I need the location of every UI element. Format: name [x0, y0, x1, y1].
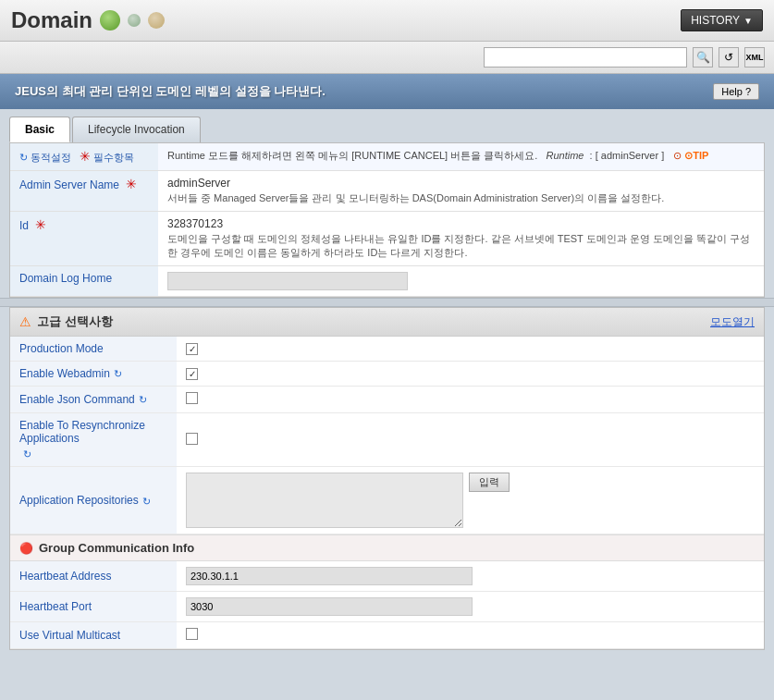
json-refresh-icon[interactable]: ↻ [139, 394, 147, 406]
admin-server-label: Admin Server Name ✳ [10, 171, 158, 212]
tab-basic[interactable]: Basic [9, 117, 70, 142]
required-star: ✳ [80, 149, 91, 164]
tabs-container: Basic Lifecycle Invocation [0, 109, 774, 142]
dot1-icon [100, 10, 120, 31]
advanced-title: 고급 선택사항 [37, 313, 113, 330]
domain-log-home-input[interactable] [167, 272, 408, 290]
production-mode-row: Production Mode [10, 337, 764, 362]
mode-link[interactable]: 모도열기 [710, 314, 755, 330]
id-required-star: ✳ [35, 217, 46, 232]
heartbeat-port-row: Heartbeat Port [10, 592, 764, 622]
domain-log-home-label: Domain Log Home [10, 266, 158, 297]
heartbeat-address-label: Heartbeat Address [10, 561, 177, 592]
help-icon: ? [745, 86, 751, 97]
use-virtual-multicast-checkbox[interactable] [186, 628, 198, 640]
enable-json-row: Enable Json Command ↻ [10, 387, 764, 413]
group-comm-title: Group Communication Info [39, 541, 194, 555]
dot3-icon [148, 12, 165, 29]
heartbeat-port-input[interactable] [186, 597, 473, 616]
history-button[interactable]: HISTORY [681, 9, 763, 31]
domain-log-home-value [158, 266, 764, 297]
heartbeat-address-row: Heartbeat Address [10, 561, 764, 592]
advanced-table: Production Mode Enable Webadmin ↻ Enabl [10, 337, 764, 534]
banner: JEUS의 최대 관리 단위인 도메인 레벨의 설정을 나타낸다. Help ? [0, 74, 774, 109]
search-button[interactable]: 🔍 [693, 47, 713, 68]
enable-webadmin-row: Enable Webadmin ↻ [10, 362, 764, 387]
advanced-header-left: ⚠ 고급 선택사항 [19, 313, 113, 330]
enable-webadmin-checkbox[interactable] [186, 368, 198, 380]
group-comm-header: 🔴 Group Communication Info [10, 534, 764, 561]
admin-server-row: Admin Server Name ✳ adminServer 서버들 중 Ma… [10, 171, 764, 212]
help-button[interactable]: Help ? [713, 83, 759, 100]
id-row: Id ✳ 328370123 도메인을 구성할 때 도메인의 정체성을 나타내는… [10, 212, 764, 266]
refresh-icon: ↻ [19, 152, 28, 163]
heartbeat-address-input[interactable] [186, 567, 473, 585]
heartbeat-port-value [177, 592, 764, 622]
app-repos-label: Application Repositories ↻ [10, 467, 177, 534]
enable-webadmin-value [177, 362, 764, 387]
use-virtual-multicast-row: Use Virtual Multicast [10, 622, 764, 649]
dynamic-settings-value: Runtime 모드를 해제하려면 왼쪽 메뉴의 [RUNTIME CANCEL… [158, 143, 764, 171]
heartbeat-address-value [177, 561, 764, 592]
tab-lifecycle-invocation[interactable]: Lifecycle Invocation [72, 117, 201, 142]
main-content: ↻ 동적설정 ✳ 필수항목 Runtime 모드를 해제하려면 왼쪽 메뉴의 [… [9, 142, 765, 298]
dynamic-settings-row: ↻ 동적설정 ✳ 필수항목 Runtime 모드를 해제하려면 왼쪽 메뉴의 [… [10, 143, 764, 171]
dot2-icon [128, 14, 141, 27]
id-value: 328370123 도메인을 구성할 때 도메인의 정체성을 나타내는 유일한 … [158, 212, 764, 266]
admin-server-value: adminServer 서버들 중 Managed Server들을 관리 및 … [158, 171, 764, 212]
enable-resync-label: Enable To Resynchronize Applications ↻ [10, 413, 177, 467]
tip-link[interactable]: ⊙TIP [684, 150, 708, 161]
group-comm-icon: 🔴 [19, 542, 33, 555]
xml-button[interactable]: XML [744, 47, 765, 68]
help-label: Help [721, 86, 743, 97]
dynamic-settings-label: ↻ 동적설정 ✳ 필수항목 [10, 143, 158, 171]
production-mode-value [177, 337, 764, 362]
app-repos-row: Application Repositories ↻ 입력 [10, 467, 764, 534]
page-title: Domain [11, 7, 165, 33]
production-mode-checkbox[interactable] [186, 343, 198, 355]
banner-text: JEUS의 최대 관리 단위인 도메인 레벨의 설정을 나타낸다. [15, 83, 326, 100]
toolbar: 🔍 ↺ XML [0, 42, 774, 74]
id-label: Id ✳ [10, 212, 158, 266]
refresh-button[interactable]: ↺ [719, 47, 739, 68]
enable-json-label: Enable Json Command ↻ [10, 387, 177, 413]
app-repos-refresh-icon[interactable]: ↻ [142, 496, 151, 508]
section-divider [0, 298, 774, 307]
admin-required-star: ✳ [126, 177, 137, 191]
heartbeat-port-label: Heartbeat Port [10, 592, 177, 622]
group-comm-table: Heartbeat Address Heartbeat Port Use Vir… [10, 561, 764, 649]
basic-info-table: ↻ 동적설정 ✳ 필수항목 Runtime 모드를 해제하려면 왼쪽 메뉴의 [… [10, 143, 764, 297]
domain-label: Domain [11, 7, 92, 33]
header: Domain HISTORY [0, 0, 774, 42]
app-repos-input-button[interactable]: 입력 [469, 473, 510, 492]
warning-icon: ⚠ [19, 314, 31, 329]
enable-resync-row: Enable To Resynchronize Applications ↻ [10, 413, 764, 467]
use-virtual-multicast-label: Use Virtual Multicast [10, 622, 177, 649]
enable-resync-value [177, 413, 764, 467]
webadmin-refresh-icon[interactable]: ↻ [114, 368, 122, 380]
enable-json-value [177, 387, 764, 413]
resync-refresh-icon[interactable]: ↻ [23, 448, 31, 461]
app-repos-value: 입력 [177, 467, 764, 534]
domain-log-home-row: Domain Log Home [10, 266, 764, 297]
search-input[interactable] [484, 47, 687, 68]
enable-json-checkbox[interactable] [186, 392, 198, 404]
advanced-section: ⚠ 고급 선택사항 모도열기 Production Mode Enable We… [9, 307, 765, 650]
tip-arrow-icon: ⊙ [673, 150, 682, 161]
enable-webadmin-label: Enable Webadmin ↻ [10, 362, 177, 387]
use-virtual-multicast-value [177, 622, 764, 649]
production-mode-label: Production Mode [10, 337, 177, 362]
enable-resync-checkbox[interactable] [186, 433, 198, 445]
advanced-header: ⚠ 고급 선택사항 모도열기 [10, 308, 764, 337]
app-repos-textarea[interactable] [186, 473, 463, 528]
